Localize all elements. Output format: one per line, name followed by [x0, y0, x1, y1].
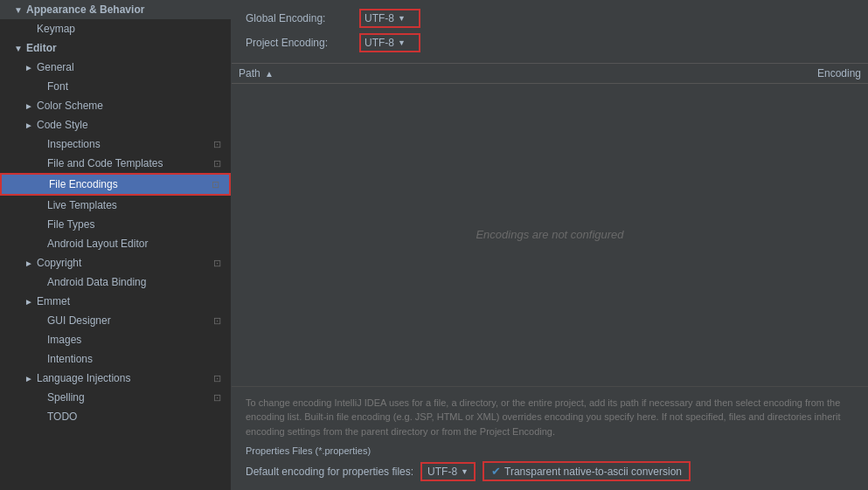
default-encoding-value: UTF-8	[427, 466, 457, 478]
col-encoding-header[interactable]: Encoding	[763, 67, 868, 79]
sidebar-item-general[interactable]: General	[0, 58, 231, 77]
sort-arrow-icon: ▲	[265, 69, 274, 79]
lt-label: Live Templates	[47, 199, 224, 211]
global-encoding-value: UTF-8	[365, 12, 394, 24]
encoding-controls: Global Encoding: UTF-8 ▼ Project Encodin…	[232, 0, 868, 63]
keymap-label: Keymap	[37, 23, 224, 35]
sidebar-item-appearance-behavior[interactable]: Appearance & Behavior	[0, 0, 231, 19]
table-body: Encodings are not configured	[232, 84, 868, 386]
font-label: Font	[47, 80, 224, 93]
properties-section: Properties Files (*.properties) Default …	[246, 445, 854, 481]
copyright-label: Copyright	[37, 257, 210, 269]
global-encoding-arrow-icon: ▼	[398, 14, 406, 23]
sidebar-item-code-style[interactable]: Code Style	[0, 115, 231, 135]
sidebar-item-file-code-templates[interactable]: File and Code Templates ⊡	[0, 154, 231, 173]
checkbox-tick-icon: ✔	[491, 465, 501, 478]
sidebar-item-file-types[interactable]: File Types	[0, 215, 231, 234]
code-style-arrow	[24, 121, 37, 130]
project-encoding-label: Project Encoding:	[246, 37, 359, 49]
default-encoding-dropdown[interactable]: UTF-8 ▼	[420, 462, 476, 481]
global-encoding-label: Global Encoding:	[246, 12, 359, 24]
sidebar-item-color-scheme[interactable]: Color Scheme	[0, 96, 231, 115]
color-scheme-label: Color Scheme	[37, 100, 224, 112]
gui-icon: ⊡	[210, 315, 224, 327]
appearance-behavior-label: Appearance & Behavior	[26, 3, 227, 16]
li-icon: ⊡	[210, 373, 224, 384]
fe-label: File Encodings	[49, 178, 208, 190]
sidebar-item-intentions[interactable]: Intentions	[0, 349, 231, 369]
sidebar-item-inspections[interactable]: Inspections ⊡	[0, 135, 231, 154]
global-encoding-row: Global Encoding: UTF-8 ▼	[246, 9, 854, 28]
ft-label: File Types	[47, 218, 224, 231]
editor-label: Editor	[26, 42, 227, 54]
file-encoding-table: Path ▲ Encoding Encodings are not config…	[232, 63, 868, 386]
gui-label: GUI Designer	[47, 314, 210, 327]
default-encoding-label: Default encoding for properties files:	[246, 466, 413, 478]
sidebar-item-copyright[interactable]: Copyright ⊡	[0, 253, 231, 273]
sidebar-item-editor[interactable]: Editor	[0, 38, 231, 58]
sidebar-item-file-encodings[interactable]: File Encodings ⊡	[0, 173, 231, 196]
emmet-arrow	[24, 297, 37, 307]
properties-section-label: Properties Files (*.properties)	[246, 445, 854, 456]
col-path-header[interactable]: Path ▲	[232, 67, 763, 79]
li-arrow	[24, 374, 37, 383]
code-style-label: Code Style	[37, 119, 224, 131]
appearance-behavior-arrow	[14, 5, 26, 15]
sidebar-item-android-data-binding[interactable]: Android Data Binding	[0, 273, 231, 292]
table-header: Path ▲ Encoding	[232, 63, 868, 84]
editor-arrow	[14, 44, 26, 53]
fct-label: File and Code Templates	[47, 157, 210, 169]
sidebar-item-emmet[interactable]: Emmet	[0, 292, 231, 311]
col-path-label: Path	[239, 67, 260, 79]
copyright-icon: ⊡	[210, 258, 224, 269]
general-label: General	[37, 61, 224, 73]
transparent-conversion-label: Transparent native-to-ascii conversion	[504, 466, 682, 478]
settings-sidebar: Appearance & Behavior Keymap Editor Gene…	[0, 0, 232, 490]
sidebar-item-android-layout-editor[interactable]: Android Layout Editor	[0, 234, 231, 253]
global-encoding-dropdown[interactable]: UTF-8 ▼	[359, 9, 420, 28]
adb-label: Android Data Binding	[47, 276, 224, 288]
inspections-label: Inspections	[47, 138, 210, 150]
color-scheme-arrow	[24, 101, 37, 111]
todo-label: TODO	[47, 411, 224, 423]
sidebar-item-gui-designer[interactable]: GUI Designer ⊡	[0, 311, 231, 330]
intentions-label: Intentions	[47, 353, 224, 365]
images-label: Images	[47, 334, 224, 346]
sidebar-item-font[interactable]: Font	[0, 77, 231, 96]
inspections-icon: ⊡	[210, 139, 224, 150]
main-content-area: Global Encoding: UTF-8 ▼ Project Encodin…	[232, 0, 868, 490]
info-description: To change encoding IntelliJ IDEA uses fo…	[246, 396, 854, 439]
default-enc-arrow-icon: ▼	[461, 467, 469, 476]
bottom-info-section: To change encoding IntelliJ IDEA uses fo…	[232, 386, 868, 491]
emmet-label: Emmet	[37, 295, 224, 307]
empty-table-message: Encodings are not configured	[476, 228, 623, 241]
default-encoding-row: Default encoding for properties files: U…	[246, 461, 854, 481]
transparent-conversion-checkbox-area[interactable]: ✔ Transparent native-to-ascii conversion	[483, 461, 691, 481]
sidebar-item-images[interactable]: Images	[0, 330, 231, 349]
sidebar-item-keymap[interactable]: Keymap	[0, 19, 231, 38]
sidebar-item-live-templates[interactable]: Live Templates	[0, 196, 231, 215]
general-arrow	[24, 63, 37, 72]
sidebar-item-spelling[interactable]: Spelling ⊡	[0, 388, 231, 407]
project-encoding-row: Project Encoding: UTF-8 ▼	[246, 33, 854, 52]
ale-label: Android Layout Editor	[47, 238, 224, 250]
sidebar-item-todo[interactable]: TODO	[0, 407, 231, 426]
li-label: Language Injections	[37, 372, 210, 384]
sidebar-item-language-injections[interactable]: Language Injections ⊡	[0, 369, 231, 388]
project-encoding-dropdown[interactable]: UTF-8 ▼	[359, 33, 420, 52]
project-encoding-arrow-icon: ▼	[398, 38, 406, 47]
fe-icon: ⊡	[208, 179, 222, 190]
copyright-arrow	[24, 259, 37, 268]
spelling-label: Spelling	[47, 391, 210, 404]
col-encoding-label: Encoding	[817, 67, 861, 79]
fct-icon: ⊡	[210, 158, 224, 169]
project-encoding-value: UTF-8	[365, 37, 394, 49]
spelling-icon: ⊡	[210, 392, 224, 404]
